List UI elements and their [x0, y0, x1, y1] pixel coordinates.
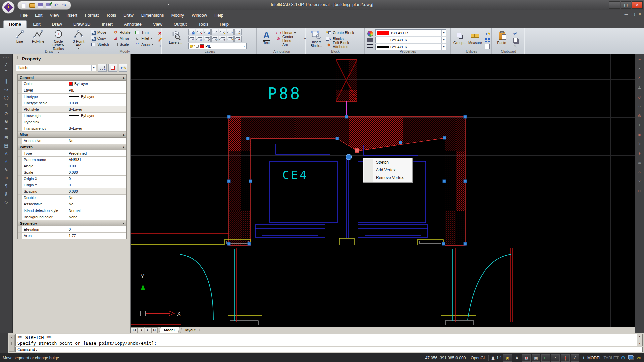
- layer-combo[interactable]: * PIL: [188, 43, 247, 49]
- gear-icon[interactable]: ⚙: [621, 355, 625, 361]
- tab-help[interactable]: Help: [214, 21, 234, 28]
- row-origin-x[interactable]: Origin X0: [18, 176, 126, 182]
- row-area[interactable]: Area1.77: [18, 233, 126, 239]
- tool-circle-icon[interactable]: ◯: [4, 95, 9, 100]
- close-button[interactable]: ✕: [632, 1, 643, 9]
- collapse-icon[interactable]: ▴: [123, 145, 124, 149]
- mail-icon[interactable]: ✉: [636, 355, 641, 361]
- mirror-button[interactable]: ⊿Mirror: [112, 35, 130, 41]
- edit-block-attributes-button[interactable]: ◆Edit Block Attributes: [325, 42, 364, 48]
- line-button[interactable]: Line: [11, 28, 28, 43]
- row-island-detection[interactable]: Island detection styleNormal: [18, 207, 126, 214]
- panel-grip[interactable]: [17, 56, 19, 61]
- cursor-coordinates[interactable]: 47.056,-391.085,0.000: [425, 356, 466, 360]
- tool-sketch-icon[interactable]: ✎: [4, 167, 8, 172]
- tab-output[interactable]: Output: [168, 21, 192, 28]
- row-transparency[interactable]: TransparencyByLayer: [18, 125, 126, 132]
- explode-icon[interactable]: [156, 37, 164, 43]
- create-block-button[interactable]: *Create Block: [325, 29, 364, 36]
- layer-combo-arrow-icon[interactable]: [241, 43, 246, 49]
- row-layer[interactable]: LayerPIL: [18, 87, 126, 94]
- tool-spline-icon[interactable]: ↝: [4, 87, 8, 92]
- collapse-icon[interactable]: ▴: [123, 133, 124, 136]
- esnap-clear-icon[interactable]: ×: [638, 179, 641, 184]
- esnap-midpoint-icon[interactable]: ◇: [638, 95, 641, 99]
- section-general[interactable]: General▴: [18, 75, 126, 81]
- esnap-insert-icon[interactable]: ▣: [638, 132, 641, 137]
- context-menu-add-vertex[interactable]: Add Vertex: [363, 166, 412, 174]
- match-properties-icon[interactable]: ✎: [511, 43, 519, 49]
- collapse-icon[interactable]: ▴: [123, 222, 124, 225]
- tablet-toggle[interactable]: TABLET: [604, 356, 619, 360]
- row-color[interactable]: ColorByLayer: [18, 81, 126, 87]
- menu-dimensions[interactable]: Dimensions: [138, 11, 168, 19]
- maximize-button[interactable]: ▢: [621, 1, 631, 9]
- tab-nav-prev-icon[interactable]: ◀: [138, 327, 144, 333]
- menu-tools[interactable]: Tools: [102, 11, 120, 19]
- lineweight-combo-arrow-icon[interactable]: [441, 44, 446, 50]
- tab-insert[interactable]: Insert: [96, 21, 118, 28]
- layer-match-icon[interactable]: ⇲: [196, 36, 203, 42]
- tab-nav-first-icon[interactable]: |◀: [131, 327, 138, 333]
- entity-combo-arrow-icon[interactable]: [91, 65, 96, 71]
- row-double[interactable]: DoubleNo: [18, 195, 126, 201]
- tool-gradient-icon[interactable]: ▤: [4, 143, 8, 148]
- mdi-restore-icon[interactable]: ▢: [631, 12, 635, 16]
- command-scrollbar[interactable]: ▲▼: [637, 334, 642, 346]
- copy-button[interactable]: Copy: [90, 35, 109, 41]
- move-button[interactable]: Move: [90, 29, 109, 35]
- esnap-parallel-icon[interactable]: ≋: [638, 160, 641, 165]
- command-pin-icon[interactable]: [10, 342, 13, 345]
- measure-button[interactable]: Measure: [468, 29, 483, 49]
- linetype-combo[interactable]: BYLAYER: [375, 37, 446, 43]
- section-pattern[interactable]: Pattern▴: [18, 144, 126, 150]
- erase-icon[interactable]: ✕: [156, 30, 164, 36]
- drawing-canvas[interactable]: P88 CE4 Y X Stretch Add Vertex Remove Ve…: [131, 54, 635, 327]
- layer-unlock-icon[interactable]: ∪: [211, 36, 218, 42]
- row-origin-y[interactable]: Origin Y0: [18, 182, 126, 188]
- layer-delete-icon[interactable]: ✕: [234, 36, 241, 42]
- center-lines-button[interactable]: ⊕Center Lines: [275, 36, 306, 42]
- ortho-toggle-icon[interactable]: ∟: [541, 354, 550, 362]
- layer-set-current-icon[interactable]: ✓: [188, 36, 195, 42]
- menu-insert[interactable]: Insert: [63, 11, 81, 19]
- color-combo[interactable]: BYLAYER: [375, 29, 446, 36]
- layer-merge-icon[interactable]: ▰: [234, 29, 241, 35]
- command-close-icon[interactable]: ✕: [10, 336, 13, 339]
- row-pattern-name[interactable]: Pattern nameANSI31: [18, 157, 126, 163]
- hatched-column[interactable]: [336, 60, 357, 101]
- collapse-icon[interactable]: ▴: [123, 76, 124, 79]
- row-annotative[interactable]: AnnotativeNo: [18, 138, 126, 144]
- section-misc[interactable]: Misc▴: [18, 132, 126, 138]
- row-associative[interactable]: AssociativeNo: [18, 201, 126, 207]
- otrack-toggle-icon[interactable]: ∠: [571, 354, 579, 362]
- snap-toggle-icon[interactable]: ▦: [522, 354, 531, 362]
- tab-home[interactable]: Home: [3, 20, 27, 28]
- row-lineweight[interactable]: LineweightByLayer: [18, 113, 126, 119]
- draw-order-icon[interactable]: [483, 37, 491, 43]
- insert-block-button[interactable]: Insert Block...: [309, 29, 324, 48]
- menu-modify[interactable]: Modify: [168, 11, 188, 19]
- row-scale[interactable]: Scale0.080: [18, 169, 126, 176]
- row-linetype-scale[interactable]: Linetype scale0.038: [18, 100, 126, 106]
- minimize-button[interactable]: –: [609, 1, 620, 9]
- paste-button[interactable]: Paste: [495, 29, 508, 49]
- esnap-settings-icon[interactable]: □: [638, 188, 641, 193]
- context-menu-stretch[interactable]: Stretch: [363, 159, 412, 166]
- layer-previous-icon[interactable]: ⇄: [204, 29, 211, 35]
- arc-dimension-button[interactable]: ⌒Arc: [275, 42, 306, 48]
- command-history[interactable]: ** STRETCH ** Specify stretch point or […: [15, 334, 643, 346]
- join-icon[interactable]: ∪: [156, 43, 164, 49]
- rotate-button[interactable]: ↻Rotate: [112, 29, 130, 35]
- tab-draw[interactable]: Draw: [47, 21, 67, 28]
- select-entities-button[interactable]: +: [98, 64, 107, 72]
- layer-lock-icon[interactable]: ∩: [211, 29, 218, 35]
- tab-view[interactable]: View: [148, 21, 168, 28]
- esnap-corner-icon[interactable]: ⌐: [638, 57, 641, 62]
- esnap-node-icon[interactable]: ♦: [638, 151, 640, 156]
- tool-paragraph-icon[interactable]: ¶: [5, 183, 7, 188]
- menu-window[interactable]: Window: [188, 11, 211, 19]
- cut-icon[interactable]: ✂: [511, 29, 520, 38]
- tool-hatch-icon[interactable]: ≋: [4, 119, 8, 124]
- array-button[interactable]: ∷Array: [134, 41, 153, 47]
